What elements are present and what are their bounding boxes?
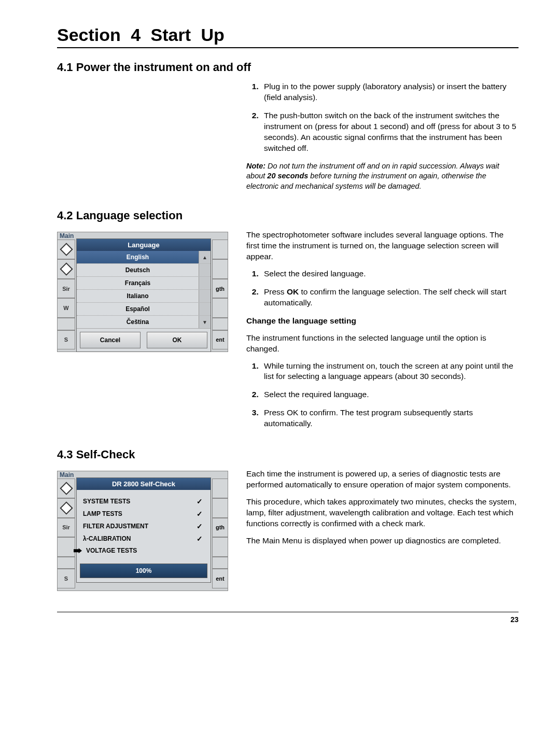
rt-label-gth: gth — [212, 279, 228, 299]
rt-blank-3 — [212, 298, 228, 318]
s43-p3: The Main Menu is displayed when power up… — [246, 536, 519, 546]
dialog-title-language: Language — [77, 239, 211, 251]
note-bold: 20 seconds — [267, 172, 308, 180]
bg-main-label: Main — [60, 232, 74, 240]
side-label-sir: Sir — [58, 279, 75, 299]
lang-item-espanol[interactable]: Español — [77, 303, 199, 315]
scroll-track[interactable] — [199, 277, 211, 289]
rt-label-ent: ent — [212, 330, 228, 350]
test-voltage: VOLTAGE TESTS — [74, 545, 204, 556]
current-arrow-icon — [74, 548, 82, 553]
s43-p1: Each time the instrument is powered up, … — [246, 469, 519, 490]
dialog-title-selfcheck: DR 2800 Self-Check — [77, 478, 211, 490]
test-system: SYSTEM TESTS✓ — [83, 495, 204, 508]
rt-blank-4 — [212, 318, 228, 330]
s42-stepB-3: Press OK to confirm. The test program su… — [261, 407, 519, 429]
note-label: Note: — [246, 162, 265, 170]
side-blank — [58, 537, 75, 557]
bg-main-label: Main — [60, 471, 74, 479]
section-title: Section 4 Start Up — [57, 25, 519, 45]
scroll-down-button[interactable]: ▼ — [199, 316, 211, 328]
scroll-up-button[interactable]: ▲ — [199, 251, 211, 263]
check-icon: ✓ — [195, 522, 204, 530]
s41-note: Note: Do not turn the instrument off and… — [246, 161, 519, 192]
rt-blank — [212, 498, 228, 518]
scroll-track[interactable] — [199, 264, 211, 276]
lang-item-deutsch[interactable]: Deutsch — [77, 264, 199, 276]
side-blank — [58, 557, 75, 569]
side-label-s: S — [58, 569, 75, 588]
change-lang-heading: Change the language setting — [246, 316, 519, 327]
rt-blank — [212, 479, 228, 498]
test-lamp: LAMP TESTS✓ — [83, 508, 204, 520]
scroll-track[interactable] — [199, 303, 211, 315]
side-icon-2 — [58, 259, 75, 279]
rt-blank — [212, 557, 228, 569]
lang-item-francais[interactable]: Français — [77, 277, 199, 289]
lang-item-italiano[interactable]: Italiano — [77, 290, 199, 302]
rt-label-ent: ent — [212, 569, 228, 588]
title-rule — [57, 47, 519, 48]
check-icon: ✓ — [195, 535, 204, 543]
test-filter: FILTER ADJUSTMENT✓ — [83, 520, 204, 532]
rt-label-gth: gth — [212, 518, 228, 538]
s43-p2: This procedure, which takes approximatel… — [246, 497, 519, 529]
s42-stepA-2: Press OK to confirm the language selecti… — [261, 287, 519, 308]
side-blank — [58, 318, 75, 330]
footer-rule — [57, 612, 519, 612]
rt-blank-1 — [212, 240, 228, 259]
heading-4-1: 4.1 Power the instrument on and off — [57, 61, 519, 74]
side-icon-1 — [58, 240, 75, 259]
language-dialog-screenshot: Main Sir W S gth ent — [57, 232, 228, 352]
side-label-sir: Sir — [58, 518, 75, 538]
side-icon-2 — [58, 498, 75, 518]
check-icon: ✓ — [195, 510, 204, 518]
check-icon: ✓ — [195, 497, 204, 505]
language-list[interactable]: English ▲ Deutsch Français Italiano — [77, 251, 211, 328]
ok-button[interactable]: OK — [147, 332, 207, 348]
s42-stepA-1: Select the desired language. — [261, 269, 519, 279]
side-label-s: S — [58, 330, 75, 350]
lang-item-english[interactable]: English — [77, 251, 199, 263]
heading-4-3: 4.3 Self-Check — [57, 448, 519, 461]
s42-stepB-1: While turning the instrument on, touch t… — [261, 361, 519, 383]
selfcheck-dialog-screenshot: Main Sir S gth ent — [57, 471, 228, 591]
s42-intro: The spectrophotometer software includes … — [246, 230, 519, 262]
s41-step-2: The push-button switch on the back of th… — [261, 110, 519, 154]
side-icon-1 — [58, 479, 75, 498]
lang-item-cestina[interactable]: Čeština — [77, 316, 199, 328]
side-label-w: W — [58, 298, 75, 318]
cancel-button[interactable]: Cancel — [80, 332, 141, 348]
rt-blank-2 — [212, 259, 228, 279]
s41-step-1: Plug in to the power supply (laboratory … — [261, 81, 519, 103]
heading-4-2: 4.2 Language selection — [57, 209, 519, 222]
selfcheck-list: SYSTEM TESTS✓ LAMP TESTS✓ FILTER ADJUSTM… — [77, 490, 211, 558]
page-number: 23 — [57, 615, 519, 624]
rt-blank — [212, 537, 228, 557]
s42-stepB-2: Select the required language. — [261, 389, 519, 400]
scroll-track[interactable] — [199, 290, 211, 302]
progress-bar: 100% — [80, 564, 207, 578]
change-lang-intro: The instrument functions in the selected… — [246, 333, 519, 355]
test-lambda: λ-CALIBRATION✓ — [83, 532, 204, 545]
